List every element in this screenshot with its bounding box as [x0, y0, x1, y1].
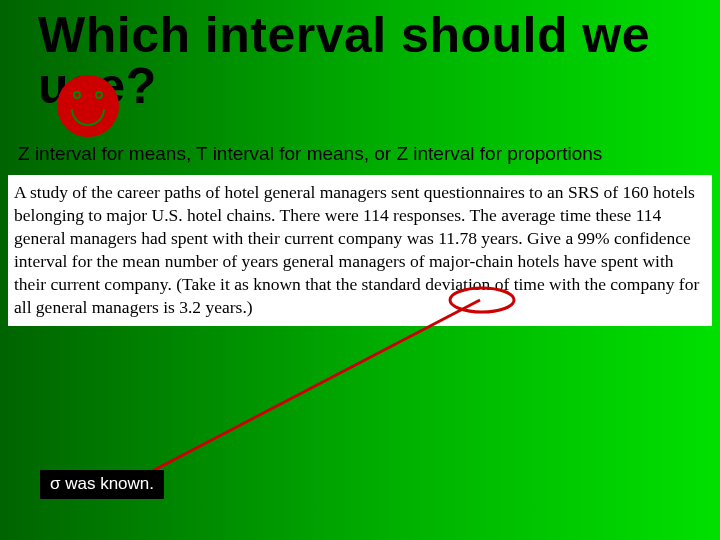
slide-title: Which interval should we use? — [38, 10, 690, 112]
svg-line-0 — [135, 300, 480, 480]
smiley-icon — [57, 75, 119, 137]
interval-options: Z interval for means, T interval for mea… — [18, 143, 702, 165]
problem-excerpt: A study of the career paths of hotel gen… — [8, 175, 712, 326]
answer-box: σ was known. — [40, 470, 164, 499]
